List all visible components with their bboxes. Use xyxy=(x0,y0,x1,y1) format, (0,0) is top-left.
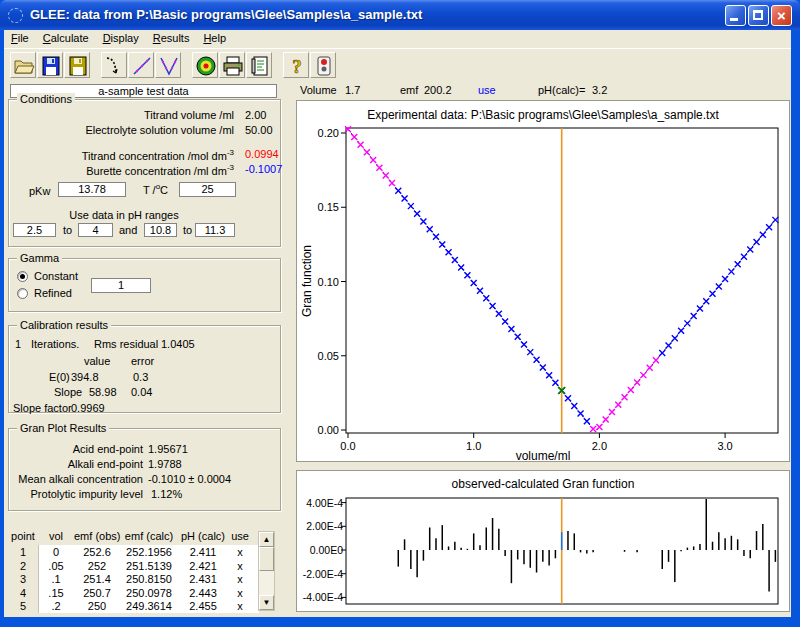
gran-fit-button[interactable] xyxy=(155,52,181,78)
table-row-point-cell[interactable]: 5 xyxy=(8,600,38,613)
table-cell[interactable]: 2.455 xyxy=(178,600,228,613)
menu-item-calculate[interactable]: Calculate xyxy=(36,30,96,48)
table-cell[interactable]: 2.411 xyxy=(178,546,228,560)
slope-factor-label: Slope factor xyxy=(13,402,72,414)
data-point-marker xyxy=(590,426,596,432)
rms-value: 1.0405 xyxy=(161,338,195,350)
pkw-field[interactable]: 13.78 xyxy=(58,182,126,197)
volume-label: Volume xyxy=(300,84,337,96)
data-point-marker xyxy=(659,350,665,356)
data-point-marker xyxy=(458,265,464,271)
table-cell[interactable]: 2.443 xyxy=(178,587,228,601)
table-cell[interactable]: x xyxy=(228,560,252,574)
table-cell[interactable]: 250 xyxy=(74,600,120,613)
y-tick-label: -4.00E-4 xyxy=(303,591,343,603)
gamma-constant-radio[interactable] xyxy=(17,271,28,282)
table-cell[interactable]: x xyxy=(228,573,252,587)
table-cell[interactable]: 2.421 xyxy=(178,560,228,574)
use-toggle[interactable]: use xyxy=(478,84,496,96)
scroll-up-button[interactable]: ▲ xyxy=(259,532,274,547)
table-cell[interactable]: 252.6 xyxy=(74,546,120,560)
report-button[interactable] xyxy=(246,52,272,78)
maximize-button[interactable] xyxy=(748,5,769,26)
table-cell[interactable]: .05 xyxy=(38,560,74,574)
data-point-marker xyxy=(565,395,571,401)
table-cell[interactable]: 0 xyxy=(38,546,74,560)
rms-label: Rms residual xyxy=(94,338,158,350)
table-cell[interactable]: x xyxy=(228,600,252,613)
table-cell[interactable]: 252.1956 xyxy=(120,546,178,560)
data-point-marker xyxy=(760,232,766,238)
data-point-marker xyxy=(402,195,408,201)
table-cell[interactable]: 251.5139 xyxy=(120,560,178,574)
table-cell[interactable]: 249.3614 xyxy=(120,600,178,613)
data-point-marker xyxy=(471,280,477,286)
table-cell[interactable]: 251.4 xyxy=(74,573,120,587)
residuals-chart[interactable]: observed-calculated Gran function4.00E-4… xyxy=(297,471,789,611)
data-point-marker xyxy=(747,246,753,252)
minimize-icon xyxy=(730,18,738,21)
table-cell[interactable]: 252 xyxy=(74,560,120,574)
table-cell[interactable]: 2.431 xyxy=(178,573,228,587)
menu-item-display[interactable]: Display xyxy=(96,30,146,48)
data-point-marker xyxy=(420,218,426,224)
table-cell[interactable]: .15 xyxy=(38,587,74,601)
data-table[interactable]: 10252.6252.19562.411x2.05252251.51392.42… xyxy=(8,546,252,613)
titration-curve-button[interactable] xyxy=(101,52,127,78)
table-cell[interactable]: .2 xyxy=(38,600,74,613)
volume-value: 1.7 xyxy=(345,84,360,96)
data-point-marker xyxy=(464,272,470,278)
table-header-cell: vol xyxy=(38,530,74,544)
protolytic-impurity-label: Protolytic impurity level xyxy=(13,488,143,500)
save-as-button[interactable] xyxy=(64,52,90,78)
data-point-marker xyxy=(596,424,602,430)
app-icon[interactable] xyxy=(8,8,23,23)
gamma-value-field[interactable]: 1 xyxy=(91,278,151,293)
table-cell[interactable]: 250.0978 xyxy=(120,587,178,601)
menu-item-results[interactable]: Results xyxy=(146,30,197,48)
data-point-marker xyxy=(772,217,778,223)
window-title: GLEE: data from P:\Basic programs\Glee\S… xyxy=(30,7,422,22)
minimize-button[interactable] xyxy=(725,5,746,26)
table-header-cell: point xyxy=(8,530,38,544)
table-cell[interactable]: x xyxy=(228,546,252,560)
temperature-label: T /oC xyxy=(143,182,168,196)
status-button[interactable] xyxy=(310,52,336,78)
temperature-field[interactable]: 25 xyxy=(179,182,236,197)
title-bar[interactable]: GLEE: data from P:\Basic programs\Glee\S… xyxy=(0,0,800,30)
table-row-point-cell[interactable]: 1 xyxy=(8,546,38,560)
titrand-concentration-label: Titrand concentration /mol dm-3 xyxy=(13,148,234,162)
burette-concentration-label: Burette concentration /ml dm-3 xyxy=(13,163,234,177)
menu-item-file[interactable]: File xyxy=(4,30,36,48)
data-point-marker xyxy=(376,165,382,171)
print-button[interactable] xyxy=(219,52,245,78)
table-row-point-cell[interactable]: 3 xyxy=(8,573,38,587)
table-row-point-cell[interactable]: 2 xyxy=(8,560,38,574)
table-cell[interactable]: 250.7 xyxy=(74,587,120,601)
table-cell[interactable]: x xyxy=(228,587,252,601)
open-file-button[interactable] xyxy=(10,52,36,78)
end-point-button[interactable] xyxy=(192,52,218,78)
table-cell[interactable]: 250.8150 xyxy=(120,573,178,587)
table-cell[interactable]: .1 xyxy=(38,573,74,587)
save-button[interactable] xyxy=(37,52,63,78)
ph-range2-to-field[interactable]: 11.3 xyxy=(195,223,235,237)
experimental-data-chart[interactable]: Experimental data: P:\Basic programs\Gle… xyxy=(297,101,789,461)
ph-range1-to-field[interactable]: 4 xyxy=(78,223,113,237)
menu-item-help[interactable]: Help xyxy=(196,30,233,48)
help-button[interactable]: ? xyxy=(283,52,309,78)
svg-text:?: ? xyxy=(292,56,302,77)
table-scrollbar[interactable]: ▲ ▼ xyxy=(258,531,275,611)
close-button[interactable]: × xyxy=(771,5,792,26)
ph-range1-from-field[interactable]: 2.5 xyxy=(13,223,56,237)
table-row-point-cell[interactable]: 4 xyxy=(8,587,38,601)
scroll-down-button[interactable]: ▼ xyxy=(259,595,274,610)
ph-range2-from-field[interactable]: 10.8 xyxy=(144,223,177,237)
gamma-refined-radio[interactable] xyxy=(17,288,28,299)
experimental-data-chart-panel[interactable]: Experimental data: P:\Basic programs\Gle… xyxy=(296,100,790,462)
y-tick-label: 0.00E0 xyxy=(310,544,343,556)
calibration-line-button[interactable] xyxy=(128,52,154,78)
residuals-chart-panel[interactable]: observed-calculated Gran function4.00E-4… xyxy=(296,470,790,612)
scrollbar-thumb[interactable] xyxy=(259,547,274,571)
data-point-marker xyxy=(716,283,722,289)
